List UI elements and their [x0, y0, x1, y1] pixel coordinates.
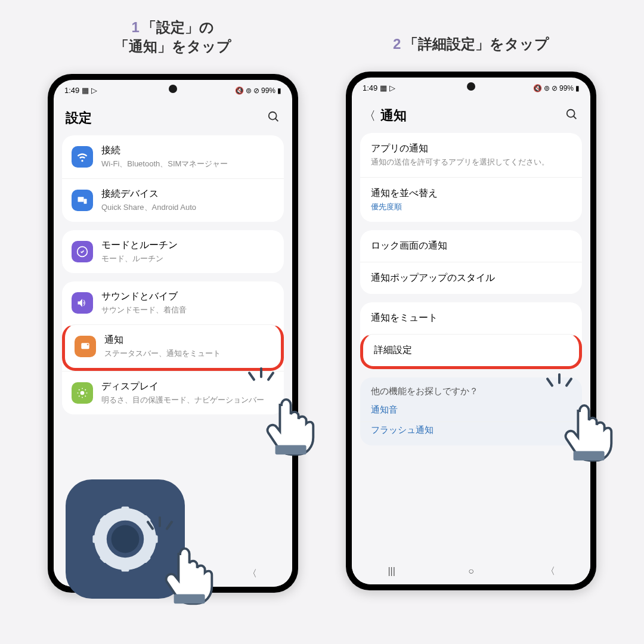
svg-rect-7	[275, 445, 306, 455]
battery-percent: 99%	[559, 84, 574, 92]
link-label: 通知音	[371, 404, 398, 416]
item-title: 通知を並べ替え	[371, 187, 571, 200]
tap-cursor-1	[250, 382, 328, 459]
nav-back[interactable]: 〈	[543, 564, 558, 579]
battery-percent: 99%	[261, 86, 275, 95]
hand-icon	[549, 388, 626, 465]
svg-point-5	[87, 343, 89, 345]
step1-caption: 1 「設定」の「通知」をタップ	[36, 12, 310, 62]
svg-point-6	[80, 391, 85, 395]
nav-back[interactable]: 〈	[244, 566, 260, 581]
hand-icon	[149, 531, 227, 608]
nav-home[interactable]: ○	[463, 564, 479, 579]
svg-point-8	[112, 525, 140, 553]
notif-item-lockscreen[interactable]: ロック画面の通知	[360, 230, 582, 262]
phone-frame-2: 1:49 ▦ ▷ 🔇 ⊚ ⊘ 99% ▮ 〈 通知	[346, 72, 596, 590]
battery-icon: ▮	[277, 86, 281, 95]
display-icon	[72, 382, 93, 404]
step2-caption: 2 「詳細設定」をタップ	[334, 29, 608, 60]
item-title: サウンドとバイブ	[101, 290, 274, 303]
wifi-icon: ⊚	[544, 84, 550, 92]
wifi-icon: ⊚	[246, 86, 252, 95]
item-title: ロック画面の通知	[371, 240, 571, 252]
image-icon: ▦	[380, 83, 387, 92]
svg-rect-11	[92, 535, 103, 543]
mute-icon: 🔇	[533, 84, 542, 92]
notif-item-mute[interactable]: 通知をミュート	[360, 302, 582, 334]
notif-item-sort[interactable]: 通知を並べ替え 優先度順	[360, 177, 582, 222]
notif-group: アプリの通知 通知の送信を許可するアプリを選択してください。 通知を並べ替え 優…	[360, 133, 582, 222]
notif-group: 通知をミュート 詳細設定	[360, 302, 582, 369]
settings-group: 接続 Wi-Fi、Bluetooth、SIMマネージャー 接続デバイス Quic…	[62, 135, 284, 222]
settings-item-sound[interactable]: サウンドとバイブ サウンドモード、着信音	[62, 281, 284, 324]
item-subtitle: モード、ルーチン	[101, 253, 274, 264]
item-title: アプリの通知	[371, 143, 571, 155]
item-title: 接続デバイス	[101, 188, 274, 200]
notif-item-app-notifications[interactable]: アプリの通知 通知の送信を許可するアプリを選択してください。	[360, 133, 582, 177]
settings-header: 設定	[54, 98, 292, 135]
item-subtitle: ステータスバー、通知をミュート	[104, 348, 271, 359]
block-icon: ⊘	[253, 86, 259, 95]
sound-icon	[72, 292, 93, 314]
battery-icon: ▮	[575, 84, 580, 92]
item-title: 通知	[104, 334, 271, 346]
svg-rect-9	[122, 506, 129, 517]
svg-rect-17	[174, 595, 205, 604]
svg-line-1	[275, 119, 278, 122]
svg-line-19	[574, 116, 577, 119]
routine-icon	[72, 241, 93, 262]
mute-icon: 🔇	[235, 86, 244, 95]
item-subtitle: 明るさ、目の保護モード、ナビゲーションバー	[101, 395, 274, 405]
camera-dot	[169, 85, 177, 93]
svg-rect-20	[574, 451, 605, 461]
step2-number: 2	[393, 36, 401, 52]
item-title: ディスプレイ	[101, 380, 274, 393]
status-time: 1:49	[363, 83, 377, 92]
settings-item-modes[interactable]: モードとルーチン モード、ルーチン	[62, 230, 284, 273]
page-title: 設定	[66, 109, 92, 127]
notif-item-popup-style[interactable]: 通知ポップアップのスタイル	[360, 262, 582, 294]
item-title: 接続	[101, 144, 274, 157]
step1-number: 1	[132, 19, 140, 35]
item-subtitle: サウンドモード、着信音	[101, 305, 274, 315]
devices-icon	[72, 190, 93, 211]
svg-rect-2	[78, 197, 84, 202]
tap-cursor-settings	[149, 531, 227, 608]
svg-point-0	[269, 112, 277, 120]
step2-text: 「詳細設定」をタップ	[404, 36, 549, 52]
svg-rect-10	[122, 561, 129, 571]
nav-recents[interactable]: |||	[384, 564, 400, 579]
image-icon: ▦	[82, 86, 89, 95]
play-icon: ▷	[91, 86, 97, 95]
tap-cursor-2	[549, 388, 626, 465]
item-title: モードとルーチン	[101, 239, 274, 252]
status-time: 1:49	[64, 86, 79, 95]
notification-icon	[75, 336, 96, 357]
play-icon: ▷	[389, 83, 395, 92]
settings-item-notifications[interactable]: 通知 ステータスバー、通知をミュート	[62, 324, 284, 371]
link-label: フラッシュ通知	[371, 425, 434, 436]
camera-dot	[467, 82, 475, 91]
item-subtitle: 優先度順	[371, 202, 571, 212]
svg-point-18	[567, 110, 575, 117]
search-icon[interactable]	[565, 108, 578, 123]
notifications-header: 〈 通知	[352, 96, 590, 133]
block-icon: ⊘	[552, 84, 558, 92]
item-title: 詳細設定	[374, 344, 568, 357]
item-title: 通知をミュート	[371, 312, 571, 324]
item-subtitle: Wi-Fi、Bluetooth、SIMマネージャー	[101, 159, 274, 169]
nav-bar: ||| ○ 〈	[352, 558, 590, 584]
item-subtitle: Quick Share、Android Auto	[101, 202, 274, 213]
notif-item-advanced[interactable]: 詳細設定	[360, 334, 582, 369]
notif-group: ロック画面の通知 通知ポップアップのスタイル	[360, 230, 582, 294]
settings-group: モードとルーチン モード、ルーチン	[62, 230, 284, 273]
item-title: 通知ポップアップのスタイル	[371, 272, 571, 284]
settings-item-connections[interactable]: 接続 Wi-Fi、Bluetooth、SIMマネージャー	[62, 135, 284, 178]
hand-icon	[250, 382, 328, 459]
wifi-icon	[72, 146, 93, 168]
search-icon[interactable]	[267, 110, 280, 126]
settings-item-devices[interactable]: 接続デバイス Quick Share、Android Auto	[62, 178, 284, 222]
back-button[interactable]: 〈	[364, 108, 376, 124]
item-subtitle: 通知の送信を許可するアプリを選択してください。	[371, 157, 571, 168]
page-title: 通知	[380, 107, 407, 125]
